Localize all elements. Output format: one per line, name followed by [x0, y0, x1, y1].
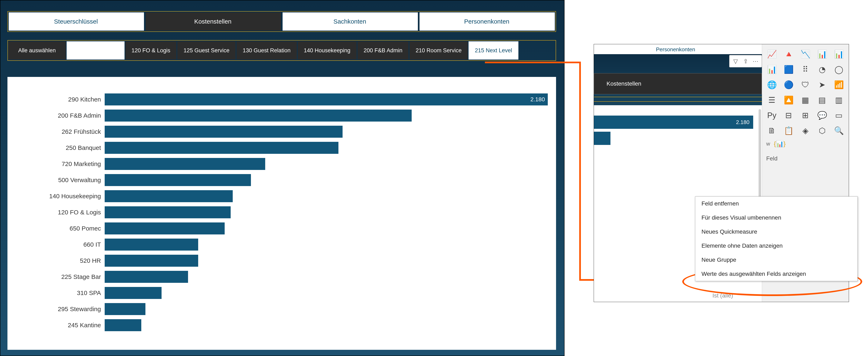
menu-werte-anzeigen[interactable]: Werte des ausgewählten Felds anzeigen [695, 267, 858, 281]
bar-row: 295 Stewarding [16, 301, 548, 317]
viz-type-icon[interactable]: ▤ [815, 94, 829, 106]
viz-type-icon[interactable]: 🔺 [782, 48, 796, 60]
viz-type-icon[interactable]: 📶 [832, 78, 846, 91]
bar[interactable] [105, 142, 338, 154]
mini-tab-label[interactable]: Personenkonten [656, 46, 695, 53]
bar-row: 660 IT [16, 236, 548, 253]
viz-type-icon[interactable]: 📊 [765, 63, 779, 76]
bar-label: 262 Frühstück [16, 128, 105, 135]
bar[interactable] [105, 303, 146, 315]
bar-row: 200 F&B Admin [16, 107, 548, 124]
viz-type-icon[interactable]: 🌐 [765, 78, 779, 91]
viz-type-icon[interactable]: ⊞ [799, 109, 812, 122]
mini-filterbar [594, 97, 762, 102]
menu-ohne-daten[interactable]: Elemente ohne Daten anzeigen [695, 239, 858, 253]
viz-type-icon[interactable]: ▥ [832, 94, 846, 106]
mini-kostenstellen-band[interactable]: Kostenstellen [594, 73, 762, 94]
bar[interactable] [105, 174, 251, 186]
filter-140[interactable]: 140 Housekeeping [298, 41, 356, 60]
bar-row: 140 Housekeeping [16, 188, 548, 204]
bar[interactable] [105, 158, 265, 170]
viz-type-icon[interactable]: ▭ [832, 109, 846, 122]
bar[interactable] [105, 126, 343, 138]
brace-icon[interactable]: {📊} [774, 140, 786, 148]
export-icon[interactable]: ⇪ [741, 57, 750, 66]
menu-feld-entfernen[interactable]: Feld entfernen [695, 197, 858, 211]
menu-quickmeasure[interactable]: Neues Quickmeasure [695, 225, 858, 239]
bar-row: 650 Pomec [16, 220, 548, 236]
bar[interactable]: 2.180 [105, 93, 548, 105]
select-all-button[interactable]: Alle auswählen [8, 41, 66, 60]
viz-type-icon[interactable]: ▦ [799, 94, 812, 106]
viz-type-icon[interactable]: 📊 [815, 48, 829, 60]
filter-icon[interactable]: ▽ [731, 57, 741, 66]
viz-type-icon[interactable]: 📊 [832, 48, 846, 60]
viz-type-icon[interactable]: 📈 [765, 48, 779, 60]
bar-label: 245 Kantine [16, 322, 105, 329]
viz-type-icon[interactable]: 🔵 [782, 78, 796, 91]
filter-210[interactable]: 210 Room Service [409, 41, 468, 60]
tab-kostenstellen[interactable]: Kostenstellen [146, 12, 281, 31]
bar[interactable] [105, 271, 188, 283]
viz-type-icon[interactable]: ◔ [815, 63, 829, 76]
bar-label: 310 SPA [16, 289, 105, 296]
viz-type-icon[interactable]: 📋 [782, 125, 796, 137]
tab-steuerschluessel[interactable]: Steuerschlüssel [9, 12, 144, 31]
viz-type-icon[interactable]: ◈ [799, 125, 812, 137]
menu-visual-umbenennen[interactable]: Für dieses Visual umbenennen [695, 211, 858, 225]
bar[interactable] [105, 238, 198, 251]
bar-label: 660 IT [16, 241, 105, 248]
dashboard-panel: Steuerschlüssel Kostenstellen Sachkonten… [0, 0, 564, 356]
bar-row: 500 Verwaltung [16, 172, 548, 188]
bar[interactable] [105, 319, 141, 331]
bar-label: 250 Banquet [16, 144, 105, 151]
viz-gallery: 📈🔺📉📊📊📊🟦⠿◔◯🌐🔵🛡➤📶☰🔼▦▤▥Py⊟⊞💬▭🗎📋◈⬡🔍 [762, 44, 849, 138]
filter-200[interactable]: 200 F&B Admin [358, 41, 409, 60]
bar-label: 120 FO & Logis [16, 209, 105, 216]
viz-type-icon[interactable]: 🔼 [782, 94, 796, 106]
viz-type-icon[interactable]: 🔍 [832, 125, 846, 137]
bar-label: 295 Stewarding [16, 305, 105, 313]
filter-blank[interactable] [67, 41, 125, 60]
viz-type-icon[interactable]: 🟦 [782, 63, 796, 76]
bar[interactable] [105, 190, 233, 202]
filter-215[interactable]: 215 Next Level [469, 41, 518, 60]
bar[interactable] [105, 222, 225, 234]
bar-value-label: 2.180 [530, 96, 545, 103]
viz-type-icon[interactable]: ⠿ [799, 63, 812, 76]
more-icon[interactable]: ⋯ [750, 57, 761, 66]
connector-line [485, 62, 580, 63]
bar[interactable] [105, 206, 231, 218]
bar[interactable] [105, 287, 161, 299]
w-icon[interactable]: w [766, 140, 770, 147]
bar-label: 500 Verwaltung [16, 176, 105, 184]
bar-row: 290 Kitchen2.180 [16, 91, 548, 107]
filter-130[interactable]: 130 Guest Relation [237, 41, 297, 60]
viz-type-icon[interactable]: ⬡ [815, 125, 829, 137]
bar-row: 310 SPA [16, 285, 548, 301]
viz-type-icon[interactable]: 💬 [815, 109, 829, 122]
bar[interactable] [105, 109, 412, 122]
bar-chart[interactable]: 290 Kitchen2.180200 F&B Admin262 Frühstü… [7, 77, 556, 350]
bar-row: 120 FO & Logis [16, 204, 548, 220]
bar[interactable] [105, 255, 198, 267]
bar-row: 520 HR [16, 253, 548, 269]
mini-bar-value: 2.180 [736, 119, 749, 126]
tab-personenkonten[interactable]: Personenkonten [420, 12, 555, 31]
viz-type-icon[interactable]: 🗎 [765, 125, 779, 137]
menu-neue-gruppe[interactable]: Neue Gruppe [695, 253, 858, 267]
viz-type-icon[interactable]: ➤ [815, 78, 829, 91]
viz-type-icon[interactable]: 🛡 [799, 78, 812, 91]
viz-type-icon[interactable]: ⊟ [782, 109, 796, 122]
filter-125[interactable]: 125 Guest Service [177, 41, 236, 60]
filter-120[interactable]: 120 FO & Logis [125, 41, 177, 60]
bar-label: 140 Housekeeping [16, 193, 105, 200]
tab-sachkonten[interactable]: Sachkonten [283, 12, 418, 31]
viz-type-icon[interactable]: 📉 [799, 48, 812, 60]
viz-type-icon[interactable]: ☰ [765, 94, 779, 106]
viz-type-icon[interactable]: ◯ [832, 63, 846, 76]
bar-row: 720 Marketing [16, 156, 548, 172]
viz-type-icon[interactable]: Py [765, 109, 779, 122]
bar-row: 250 Banquet [16, 140, 548, 156]
bar-label: 200 F&B Admin [16, 112, 105, 119]
